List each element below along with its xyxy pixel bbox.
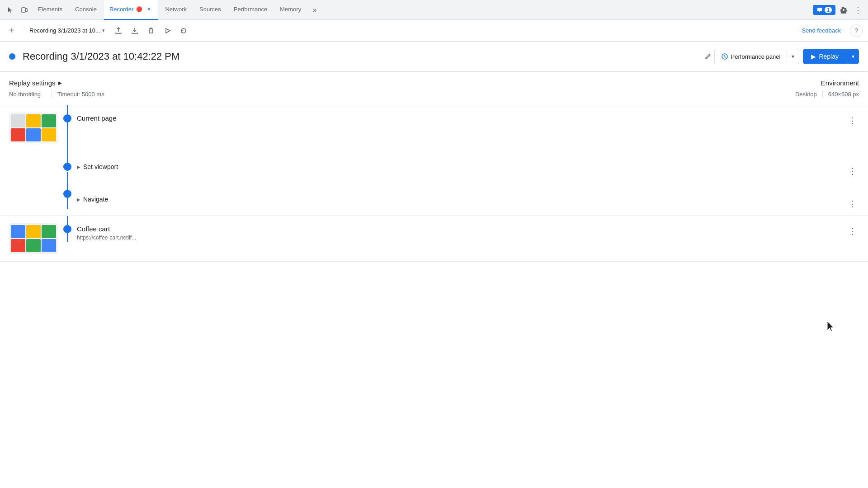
step-timeline-2 <box>63 216 71 242</box>
device-toolbar-button[interactable] <box>18 4 31 16</box>
play-icon: ▶ <box>811 53 816 60</box>
settings-left: Replay settings ▶ No throttling Timeout:… <box>9 79 795 98</box>
sub-step-more-button-viewport[interactable]: ⋮ <box>846 165 859 178</box>
tab-sources[interactable]: Sources <box>194 0 226 20</box>
sub-step-name-navigate: ▶ Navigate <box>77 196 846 203</box>
toolbar-divider <box>22 25 22 36</box>
recording-header: Recording 3/1/2023 at 10:42:22 PM Perfor… <box>0 42 868 72</box>
sub-step-set-viewport: ▶ Set viewport ⋮ <box>63 150 868 183</box>
tab-elements[interactable]: Elements <box>33 0 68 20</box>
svg-rect-0 <box>22 8 25 12</box>
tab-right-controls: 1 ⋮ <box>813 4 864 16</box>
step-header-coffee-cart: Coffee cart https://coffee-cart.netlif..… <box>0 216 868 261</box>
timeout-value: Timeout: 5000 ms <box>57 91 110 98</box>
settings-details: No throttling Timeout: 5000 ms <box>9 90 795 98</box>
tab-network[interactable]: Network <box>160 0 192 20</box>
sub-step-content-navigate: ▶ Navigate <box>77 196 846 203</box>
play-button[interactable] <box>161 24 174 37</box>
chat-badge-button[interactable]: 1 <box>813 5 835 15</box>
tab-console[interactable]: Console <box>70 0 102 20</box>
step-name-coffee-cart: Coffee cart <box>77 225 846 233</box>
help-button[interactable]: ? <box>850 24 863 37</box>
tab-recorder[interactable]: Recorder 🔴 ✕ <box>104 0 158 20</box>
timeline-dot-set-viewport <box>63 163 71 171</box>
close-recorder-tab-button[interactable]: ✕ <box>145 6 152 13</box>
step-content-coffee-cart: Coffee cart https://coffee-cart.netlif..… <box>77 216 846 250</box>
timeline-dot-2 <box>63 225 71 233</box>
header-right-controls: Performance panel ▾ ▶ Replay ▾ <box>714 49 859 64</box>
step-name-current-page: Current page <box>77 114 846 122</box>
environment-title: Environment <box>795 79 859 87</box>
toolbar: + Recording 3/1/2023 at 10... ▾ Send fee… <box>0 20 868 42</box>
performance-panel-button[interactable]: Performance panel ▾ <box>714 49 800 64</box>
performance-panel-chevron-button[interactable]: ▾ <box>787 50 799 63</box>
sub-step-content-viewport: ▶ Set viewport <box>77 163 846 170</box>
svg-rect-1 <box>26 9 27 12</box>
edit-recording-name-button[interactable] <box>702 50 714 63</box>
steps-container: Current page ⋮ ▶ Set viewport <box>0 105 868 487</box>
svg-point-2 <box>843 9 844 11</box>
settings-right: Environment Desktop 640×608 px <box>795 79 859 98</box>
export-button[interactable] <box>112 24 125 37</box>
expand-settings-icon: ▶ <box>58 80 62 85</box>
environment-details: Desktop 640×608 px <box>795 90 859 98</box>
settings-button[interactable] <box>837 4 850 16</box>
recording-title: Recording 3/1/2023 at 10:42:22 PM <box>23 51 698 62</box>
step-thumbnail-coffee-cart <box>9 223 58 254</box>
expand-viewport-icon[interactable]: ▶ <box>77 164 80 169</box>
recording-selector-button[interactable]: Recording 3/1/2023 at 10... ▾ <box>26 25 108 36</box>
performance-panel-main[interactable]: Performance panel <box>715 49 788 64</box>
add-recording-button[interactable]: + <box>5 24 18 37</box>
delete-recording-button[interactable] <box>145 24 157 37</box>
more-options-button[interactable]: ⋮ <box>852 4 864 16</box>
step-header-current-page: Current page ⋮ <box>0 105 868 150</box>
replay-settings-bar: Replay settings ▶ No throttling Timeout:… <box>0 72 868 105</box>
send-feedback-button[interactable]: Send feedback <box>796 25 846 36</box>
resolution-value: 640×608 px <box>828 91 859 98</box>
device-value: Desktop <box>795 91 817 98</box>
replay-main-button[interactable]: ▶ Replay <box>803 49 847 64</box>
sub-step-more-button-navigate[interactable]: ⋮ <box>846 197 859 210</box>
sub-steps-current-page: ▶ Set viewport ⋮ ▶ Navigate <box>0 150 868 216</box>
recording-status-dot <box>9 53 15 60</box>
expand-navigate-icon[interactable]: ▶ <box>77 197 80 202</box>
step-group-coffee-cart: Coffee cart https://coffee-cart.netlif..… <box>0 216 868 262</box>
replay-settings-title[interactable]: Replay settings ▶ <box>9 79 795 87</box>
replay-chevron-button[interactable]: ▾ <box>847 50 859 63</box>
tab-performance[interactable]: Performance <box>228 0 273 20</box>
loop-button[interactable] <box>177 24 190 37</box>
tab-memory[interactable]: Memory <box>274 0 307 20</box>
sub-step-name-viewport: ▶ Set viewport <box>77 163 846 170</box>
step-group-current-page: Current page ⋮ ▶ Set viewport <box>0 105 868 216</box>
import-button[interactable] <box>128 24 141 37</box>
chevron-down-icon: ▾ <box>102 28 105 33</box>
step-url-coffee-cart: https://coffee-cart.netlif... <box>77 235 846 241</box>
throttling-value: No throttling <box>9 91 46 98</box>
sub-step-navigate: ▶ Navigate ⋮ <box>63 183 868 216</box>
timeline-dot-navigate <box>63 190 71 198</box>
cursor-tool-button[interactable] <box>4 4 16 16</box>
replay-button[interactable]: ▶ Replay ▾ <box>803 49 859 64</box>
more-tabs-button[interactable]: » <box>308 4 321 16</box>
tab-bar: Elements Console Recorder 🔴 ✕ Network So… <box>0 0 868 20</box>
step-content-current-page: Current page <box>77 105 846 131</box>
step-more-button-coffee-cart[interactable]: ⋮ <box>846 225 859 238</box>
step-more-button-current-page[interactable]: ⋮ <box>846 114 859 127</box>
step-thumbnail-current-page <box>9 113 58 143</box>
